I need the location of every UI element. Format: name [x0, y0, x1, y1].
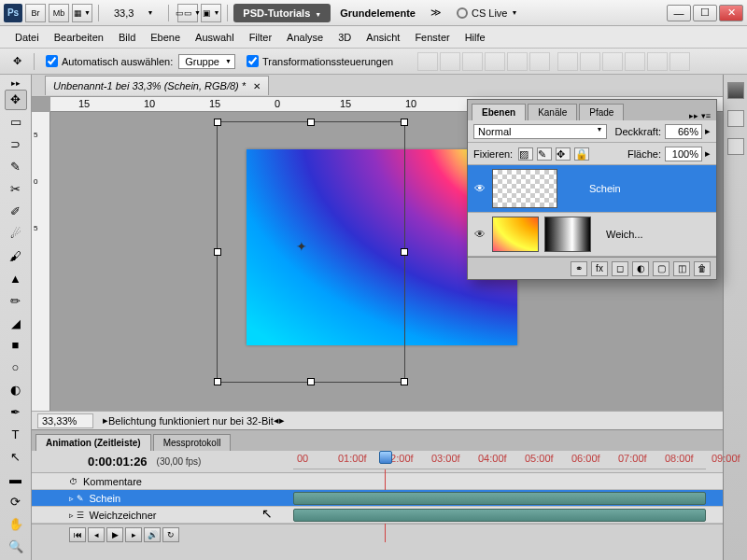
visibility-toggle-icon[interactable]: 👁 [472, 228, 488, 241]
transform-handle[interactable] [307, 378, 315, 385]
auto-select-checkbox[interactable]: Automatisch auswählen: [46, 55, 173, 67]
menu-hilfe[interactable]: Hilfe [458, 28, 493, 47]
stamp-tool[interactable]: ▲ [5, 268, 27, 288]
distribute-6-icon[interactable] [669, 52, 690, 71]
arrange-button[interactable]: ▭▭▼ [177, 4, 198, 22]
fill-field[interactable]: 100% [665, 147, 702, 161]
close-tab-icon[interactable]: ✕ [253, 81, 261, 91]
distribute-4-icon[interactable] [625, 52, 645, 71]
play-button[interactable]: ▶ [106, 527, 123, 542]
lock-pixels-icon[interactable]: ✎ [537, 147, 552, 161]
workspace-selector[interactable]: Grundelemente [331, 4, 425, 22]
minibridge-button[interactable]: Mb [49, 4, 69, 22]
timeline-ruler[interactable]: 00 01:00f 02:00f 03:00f 04:00f 05:00f 06… [293, 451, 706, 469]
menu-analyse[interactable]: Analyse [279, 28, 331, 47]
task-selector[interactable]: PSD-Tutorials ▼ [233, 4, 331, 22]
shape-tool[interactable]: ▬ [5, 469, 27, 489]
transform-handle[interactable] [401, 378, 408, 385]
move-tool[interactable]: ✥ [5, 90, 27, 110]
layer-thumbnail[interactable] [492, 169, 557, 208]
transform-controls-checkbox[interactable]: Transformationssteuerungen [247, 55, 393, 67]
transform-handle[interactable] [214, 248, 221, 256]
history-brush-tool[interactable]: ✏ [5, 290, 27, 311]
hand-tool[interactable]: ✋ [5, 513, 27, 534]
marquee-tool[interactable]: ▭ [5, 112, 27, 133]
track-bar-weich[interactable] [293, 509, 706, 522]
brush-tool[interactable]: 🖌 [5, 245, 27, 266]
menu-3d[interactable]: 3D [331, 28, 359, 47]
prev-frame-button[interactable]: ◂ [88, 527, 105, 542]
layer-mask-icon[interactable]: ◻ [612, 261, 628, 276]
distribute-5-icon[interactable] [647, 52, 668, 71]
opacity-field[interactable]: 66% [665, 124, 702, 139]
zoom-select[interactable]: 33,3▼ [108, 6, 159, 21]
menu-auswahl[interactable]: Auswahl [188, 28, 242, 47]
goto-start-button[interactable]: ⏮ [69, 527, 86, 542]
pen-tool[interactable]: ✒ [5, 402, 27, 423]
quick-select-tool[interactable]: ✎ [5, 157, 27, 177]
menu-bearbeiten[interactable]: Bearbeiten [47, 28, 111, 47]
bridge-button[interactable]: Br [25, 4, 46, 22]
distribute-2-icon[interactable] [580, 52, 600, 71]
transform-bounding-box[interactable]: ✦ [217, 121, 405, 383]
layer-name[interactable]: Weich... [606, 229, 643, 240]
layer-weich[interactable]: 👁 Weich... [468, 213, 716, 257]
cs-live-button[interactable]: CS Live▼ [457, 7, 517, 19]
audio-button[interactable]: 🔊 [144, 527, 161, 542]
menu-datei[interactable]: Datei [7, 28, 47, 47]
minimize-button[interactable]: — [667, 5, 691, 21]
link-layers-icon[interactable]: ⚭ [571, 261, 587, 276]
group-icon[interactable]: ▢ [653, 261, 669, 276]
align-top-icon[interactable] [417, 52, 438, 71]
lasso-tool[interactable]: ⊃ [5, 134, 27, 155]
next-frame-button[interactable]: ▸ [125, 527, 142, 542]
align-bottom-icon[interactable] [462, 52, 483, 71]
tab-kanaele[interactable]: Kanäle [528, 104, 577, 120]
distribute-1-icon[interactable] [557, 52, 578, 71]
menu-bild[interactable]: Bild [111, 28, 143, 47]
maximize-button[interactable]: ☐ [693, 5, 717, 21]
transform-center-icon[interactable]: ✦ [296, 239, 307, 254]
swatches-panel-icon[interactable] [727, 110, 744, 127]
transform-handle[interactable] [214, 378, 221, 385]
layer-thumbnail[interactable] [492, 217, 539, 252]
menu-ebene[interactable]: Ebene [143, 28, 188, 47]
crop-tool[interactable]: ✂ [5, 179, 27, 200]
visibility-toggle-icon[interactable]: 👁 [472, 182, 488, 195]
document-tab[interactable]: Unbenannt-1 bei 33,3% (Schein, RGB/8) *✕ [45, 76, 269, 95]
healing-tool[interactable]: ☄ [5, 223, 27, 244]
gradient-tool[interactable]: ■ [5, 335, 27, 356]
path-tool[interactable]: ↖ [5, 447, 27, 468]
auto-select-dropdown[interactable]: Gruppe▼ [178, 54, 235, 69]
tab-messprotokoll[interactable]: Messprotokoll [153, 434, 232, 451]
dodge-tool[interactable]: ◐ [5, 380, 27, 400]
transform-handle[interactable] [401, 248, 408, 256]
lock-position-icon[interactable]: ✥ [556, 147, 571, 161]
eraser-tool[interactable]: ◢ [5, 313, 27, 333]
loop-button[interactable]: ↻ [162, 527, 179, 542]
screen-mode-button[interactable]: ▣▼ [201, 4, 221, 22]
align-right-icon[interactable] [529, 52, 550, 71]
tab-pfade[interactable]: Pfade [579, 104, 624, 120]
track-comments[interactable]: ⏱ Kommentare [32, 473, 723, 490]
stopwatch-icon[interactable]: ⏱ [69, 477, 78, 486]
playhead[interactable] [379, 451, 392, 464]
lock-all-icon[interactable]: 🔒 [574, 147, 589, 161]
close-button[interactable]: ✕ [719, 5, 743, 21]
layer-name[interactable]: Schein [589, 183, 621, 194]
align-hcenter-icon[interactable] [507, 52, 528, 71]
color-panel-icon[interactable] [727, 82, 744, 99]
blend-mode-dropdown[interactable]: Normal ▼ [473, 124, 607, 139]
menu-ansicht[interactable]: Ansicht [359, 28, 407, 47]
layer-style-icon[interactable]: fx [591, 261, 608, 276]
lock-transparent-icon[interactable]: ▨ [518, 147, 533, 161]
new-layer-icon[interactable]: ◫ [673, 261, 690, 276]
menu-filter[interactable]: Filter [242, 28, 279, 47]
align-left-icon[interactable] [485, 52, 505, 71]
blur-tool[interactable]: ○ [5, 357, 27, 378]
delete-layer-icon[interactable]: 🗑 [694, 261, 711, 276]
tab-ebenen[interactable]: Ebenen [472, 104, 526, 120]
eyedropper-tool[interactable]: ✐ [5, 202, 27, 222]
adjustment-layer-icon[interactable]: ◐ [632, 261, 649, 276]
zoom-tool[interactable]: 🔍 [5, 536, 27, 556]
